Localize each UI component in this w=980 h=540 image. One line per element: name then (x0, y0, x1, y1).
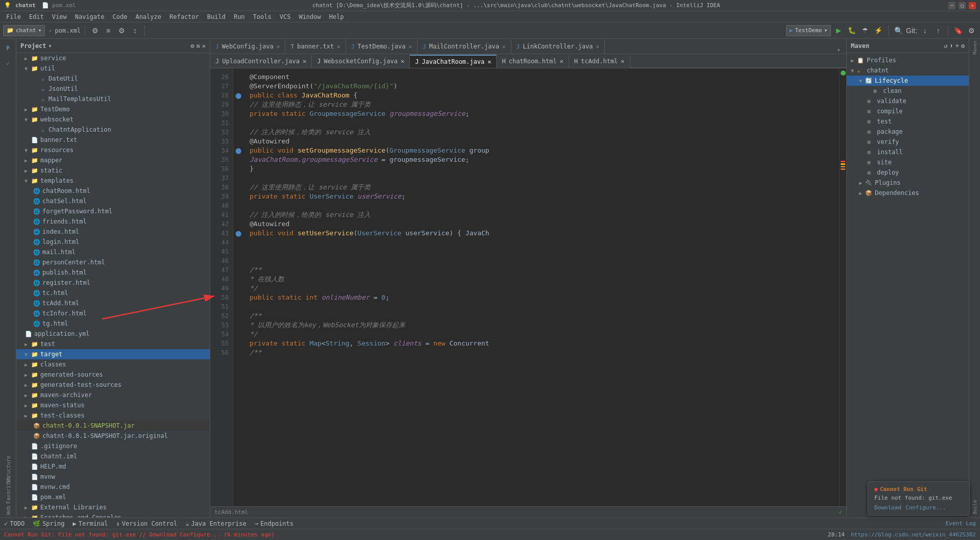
bottom-tab-java-enterprise[interactable]: ☕ Java Enterprise (185, 520, 247, 527)
bottom-tab-spring[interactable]: 🌿 Spring (33, 520, 64, 527)
maven-clean[interactable]: ⚙ clean (847, 86, 969, 96)
tab-close-icon[interactable]: ✕ (401, 58, 404, 65)
bottom-tab-vcs[interactable]: ↕ Version Control (116, 520, 178, 527)
tree-item-test-classes[interactable]: ▶ 📁 test-classes (16, 410, 210, 421)
tab-close-icon[interactable]: ✕ (560, 58, 564, 65)
bottom-tab-todo[interactable]: ✓ TODO (4, 520, 24, 527)
tree-item-tcinfor[interactable]: 🌐 tcInfor.html (16, 308, 210, 318)
profile-button[interactable]: ⚡ (873, 25, 884, 36)
menu-refactor[interactable]: Refactor (165, 12, 203, 21)
menu-file[interactable]: File (2, 12, 25, 21)
minimize-button[interactable]: ─ (948, 2, 955, 9)
tree-item-websocket[interactable]: ▼ 📁 websocket (16, 114, 210, 125)
run-button[interactable]: ▶ (833, 25, 844, 36)
run-config-selector[interactable]: ▶ TestDemo ▾ (786, 25, 831, 36)
tree-item-jsonutil[interactable]: ☕ JsonUtil (16, 84, 210, 94)
favorites-tool-icon[interactable]: Favorites (1, 483, 15, 497)
sidebar-collapse-icon[interactable]: ≡ (197, 42, 200, 50)
maven-right-icon[interactable]: Maven (970, 43, 979, 52)
maven-lifecycle[interactable]: ▼ 🔄 Lifecycle (847, 76, 969, 86)
tree-item-maven-archiver[interactable]: ▶ 📁 maven-archiver (16, 390, 210, 400)
tree-item-classes[interactable]: ▶ 📁 classes (16, 359, 210, 370)
tab-close-icon[interactable]: ✕ (337, 43, 340, 50)
menu-window[interactable]: Window (295, 12, 325, 21)
tree-item-resources[interactable]: ▼ 📁 resources (16, 145, 210, 155)
tree-item-mail[interactable]: 🌐 mail.html (16, 247, 210, 257)
sync-button[interactable]: ⚙ (89, 25, 101, 36)
tree-item-helpmd[interactable]: 📄 HELP.md (16, 461, 210, 472)
tree-item-tc[interactable]: 🌐 tc.html (16, 288, 210, 298)
tab-tcadd-html[interactable]: H tcAdd.html ✕ (569, 55, 630, 68)
project-selector[interactable]: 📁 chatnt ▾ (3, 25, 45, 36)
menu-view[interactable]: View (48, 12, 71, 21)
tab-websocketconfig[interactable]: J WebsocketConfig.java ✕ (312, 55, 410, 68)
tree-item-gen-test-sources[interactable]: ▶ 📁 generated-test-sources (16, 380, 210, 390)
settings-button[interactable]: ≡ (103, 25, 114, 36)
maven-chatnt-root[interactable]: ▼ ☕ chatnt (847, 65, 969, 76)
event-log-link[interactable]: Event Log (945, 520, 976, 527)
coverage-button[interactable]: ☂ (860, 25, 871, 36)
tree-item-target[interactable]: ▼ 📁 target (16, 349, 210, 359)
tree-item-maven-status[interactable]: ▶ 📁 maven-status (16, 400, 210, 410)
tree-item-templates[interactable]: ▼ 📁 templates (16, 176, 210, 186)
menu-analyze[interactable]: Analyze (131, 12, 165, 21)
tree-item-chatnt-iml[interactable]: 📄 chatnt.iml (16, 451, 210, 461)
tree-item-chatroom[interactable]: 🌐 chatRoom.html (16, 186, 210, 196)
tab-close-icon[interactable]: ✕ (502, 43, 506, 50)
menu-edit[interactable]: Edit (25, 12, 48, 21)
maven-compile[interactable]: ⚙ compile (847, 106, 969, 116)
tree-item-gitignore[interactable]: 📄 .gitignore (16, 441, 210, 451)
tree-item-ext-libs[interactable]: ▶ 📁 External Libraries (16, 502, 210, 512)
tree-item-scratches[interactable]: ▶ 📁 Scratches and Consoles (16, 512, 210, 518)
tab-javachatroom[interactable]: J JavaChatRoom.java ✕ (410, 55, 497, 68)
maximize-button[interactable]: □ (959, 2, 966, 9)
maven-deploy[interactable]: ⚙ deploy (847, 167, 969, 178)
menu-tools[interactable]: Tools (249, 12, 276, 21)
structure-tool-icon[interactable]: Structure (1, 462, 15, 477)
tree-item-test[interactable]: ▶ 📁 test (16, 339, 210, 349)
maven-dependencies[interactable]: ▶ 📦 Dependencies (847, 188, 969, 198)
tree-item-service[interactable]: ▶ 📁 service (16, 53, 210, 63)
web-tool-icon[interactable]: Web (1, 503, 15, 518)
config-button[interactable]: ⚙ (116, 25, 127, 36)
maven-verify[interactable]: ⚙ verify (847, 137, 969, 147)
tree-item-forgetpassword[interactable]: 🌐 forgetPassword.html (16, 206, 210, 216)
menu-navigate[interactable]: Navigate (71, 12, 109, 21)
vcs-push-button[interactable]: ↑ (933, 25, 944, 36)
tree-item-chatntapp[interactable]: ☕ ChatntApplication (16, 125, 210, 135)
menu-vcs[interactable]: VCS (276, 12, 295, 21)
bottom-tab-endpoints[interactable]: → Endpoints (255, 520, 293, 527)
tree-item-tcadd[interactable]: 🌐 tcAdd.html (16, 298, 210, 308)
tree-item-mvnw[interactable]: 📄 mvnw (16, 472, 210, 482)
download-link[interactable]: Download (874, 504, 901, 511)
configure-link[interactable]: Configure... (905, 504, 946, 511)
maven-add-icon[interactable]: + (955, 42, 959, 50)
maven-plugins[interactable]: ▶ 🔌 Plugins (847, 178, 969, 188)
maven-settings-icon[interactable]: ⚙ (961, 42, 965, 50)
tab-close-icon[interactable]: ✕ (277, 43, 280, 50)
tab-testdemo[interactable]: J TestDemo.java ✕ (346, 39, 418, 54)
sidebar-dropdown-icon[interactable]: ▾ (48, 42, 52, 50)
vcs-update-button[interactable]: ↓ (919, 25, 930, 36)
close-button[interactable]: ✕ (969, 2, 976, 9)
tree-item-friends[interactable]: 🌐 friends.html (16, 216, 210, 227)
code-content[interactable]: @Component @ServerEndpoint("/javaChatRoo… (243, 68, 839, 506)
more-tabs-button[interactable]: ▾ (831, 46, 846, 54)
menu-help[interactable]: Help (325, 12, 348, 21)
maven-package[interactable]: ⚙ package (847, 127, 969, 137)
tree-item-mailtemplatesutil[interactable]: ☕ MailTemplatesUtil (16, 94, 210, 104)
tab-close-icon[interactable]: ✕ (303, 58, 306, 65)
debug-button[interactable]: 🐛 (846, 25, 857, 36)
sidebar-settings-icon[interactable]: ⚙ (190, 42, 194, 50)
tree-item-gen-sources[interactable]: ▶ 📁 generated-sources (16, 370, 210, 380)
tree-item-mvnwcmd[interactable]: 📄 mvnw.cmd (16, 482, 210, 492)
maven-site[interactable]: ⚙ site (847, 157, 969, 167)
maven-download-icon[interactable]: ⬇ (949, 42, 953, 50)
tab-chatroom-html[interactable]: H chatRoom.html ✕ (497, 55, 569, 68)
settings-gear-button[interactable]: ⚙ (966, 25, 977, 36)
tab-close-icon[interactable]: ✕ (408, 43, 412, 50)
search-everywhere-button[interactable]: 🔍 (893, 25, 904, 36)
git-button[interactable]: Git: (906, 25, 917, 36)
tab-close-icon[interactable]: ✕ (596, 43, 600, 50)
tree-item-pomxml[interactable]: 📄 pom.xml (16, 492, 210, 502)
